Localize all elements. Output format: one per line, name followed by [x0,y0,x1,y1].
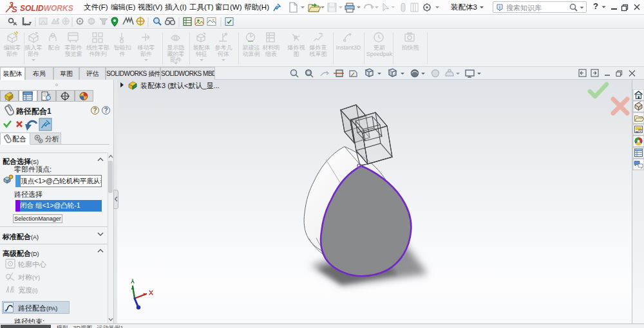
svg-text:线草图: 线草图 [310,51,327,57]
svg-text:参考几: 参考几 [215,44,232,51]
svg-text:部件: 部件 [28,51,39,57]
svg-text:装配体: 装配体 [193,44,211,51]
svg-text:特征: 特征 [196,51,207,57]
svg-text:材料明: 材料明 [262,44,280,51]
svg-text:编辑零: 编辑零 [4,44,21,51]
svg-text:爆炸视: 爆炸视 [288,44,305,51]
svg-text:细表: 细表 [265,51,277,57]
svg-text:Speedpak: Speedpak [366,51,393,57]
svg-text:件阵列: 件阵列 [89,51,107,57]
svg-text:动算例: 动算例 [243,51,260,57]
svg-text:部件: 部件 [170,57,182,63]
svg-text:移动零: 移动零 [137,44,155,51]
svg-text:预览窗: 预览窗 [65,51,82,57]
svg-text:部件: 部件 [6,51,18,57]
svg-text:SOLIDWORKS: SOLIDWORKS [20,4,73,13]
svg-text:插入零: 插入零 [24,44,43,51]
svg-text:新建运: 新建运 [243,44,260,51]
svg-text:图: 图 [294,51,299,57]
svg-text:显示隐: 显示隐 [167,44,185,51]
svg-text:Instant3D: Instant3D [336,44,361,51]
svg-text:何体: 何体 [217,51,229,57]
svg-text:线性零部: 线性零部 [86,44,109,51]
svg-text:部件: 部件 [140,51,152,57]
svg-text:零部件: 零部件 [65,44,82,51]
svg-text:更新: 更新 [374,44,385,51]
svg-text:件: 件 [119,51,126,57]
svg-text:爆炸直: 爆炸直 [310,44,327,51]
svg-text:S: S [12,5,17,14]
svg-text:拍快照: 拍快照 [402,44,419,51]
svg-text:配合: 配合 [48,44,61,51]
svg-text:智能扣: 智能扣 [114,44,131,51]
